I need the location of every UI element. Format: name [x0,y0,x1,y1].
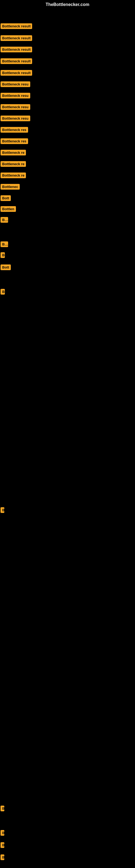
bottleneck-badge-wrapper-12: Bottleneck re [1,150,26,156]
bottleneck-badge-wrapper-11: Bottleneck res [1,138,28,145]
bottleneck-result-badge[interactable]: Bott [1,265,11,270]
bottleneck-result-badge[interactable]: Bottleneck resu [1,82,30,87]
bottleneck-badge-wrapper-27: B [1,507,4,514]
bottleneck-result-badge[interactable]: B [1,842,4,848]
bottleneck-badge-wrapper-17: Bottlen [1,206,16,213]
bottleneck-result-badge[interactable]: Bottleneck result [1,70,32,76]
bottleneck-result-badge[interactable]: Bottleneck res [1,138,28,144]
bottleneck-badge-wrapper-1: Bottleneck result [1,23,32,30]
bottleneck-result-badge[interactable]: B [1,507,4,513]
bottleneck-result-badge[interactable]: B [1,830,4,836]
bottleneck-result-badge[interactable]: Bottleneck re [1,161,26,167]
bottleneck-result-badge[interactable]: Bottleneck resu [1,104,30,110]
bottleneck-badge-wrapper-16: Bott [1,195,11,202]
bottleneck-result-badge[interactable]: Bottleneck res [1,127,28,133]
bottleneck-badge-wrapper-31: B [1,830,4,837]
bottleneck-result-badge[interactable]: B [1,252,5,258]
bottleneck-badge-wrapper-21: B [1,252,5,259]
bottleneck-result-badge[interactable]: B [1,855,4,860]
bottleneck-result-badge[interactable]: Bottleneck re [1,173,26,178]
bottleneck-result-badge[interactable]: B [1,289,5,294]
bottleneck-badge-wrapper-24: B [1,289,5,296]
bottleneck-badge-wrapper-29: B [1,806,4,812]
bottleneck-result-badge[interactable]: Bottlen [1,206,16,212]
bottleneck-result-badge[interactable]: Bottleneck resu [1,116,30,121]
bottleneck-result-badge[interactable]: Bottlenec [1,184,20,190]
bottleneck-badge-wrapper-4: Bottleneck result [1,58,32,65]
bottleneck-badge-wrapper-5: Bottleneck result [1,70,32,77]
bottleneck-badge-wrapper-3: Bottleneck result [1,46,32,54]
bottleneck-badge-wrapper-2: Bottleneck result [1,35,32,42]
bottleneck-result-badge[interactable]: Bottleneck result [1,58,32,64]
bottleneck-result-badge[interactable]: Bottleneck resu [1,93,30,98]
bottleneck-badge-wrapper-33: B [1,855,4,861]
bottleneck-badge-wrapper-14: Bottleneck re [1,173,26,179]
bottleneck-result-badge[interactable]: Bottleneck re [1,150,26,155]
bottleneck-badge-wrapper-20: Bo [1,241,8,248]
bottleneck-badge-wrapper-22: Bott [1,265,11,271]
bottleneck-badge-wrapper-32: B [1,842,4,849]
bottleneck-badge-wrapper-7: Bottleneck resu [1,93,30,99]
site-title: TheBottlenecker.com [0,0,135,8]
bottleneck-badge-wrapper-13: Bottleneck re [1,161,26,168]
bottleneck-result-badge[interactable]: Bottleneck result [1,35,32,41]
bottleneck-badge-wrapper-9: Bottleneck resu [1,116,30,122]
bottleneck-result-badge[interactable]: Bott [1,195,11,201]
bottleneck-badge-wrapper-8: Bottleneck resu [1,104,30,111]
bottleneck-result-badge[interactable]: Bo [1,217,8,223]
bottleneck-result-badge[interactable]: Bo [1,241,8,247]
badges-container: Bottleneck resultBottleneck resultBottle… [0,8,135,868]
bottleneck-result-badge[interactable]: Bottleneck result [1,23,32,29]
bottleneck-badge-wrapper-18: Bo [1,217,8,224]
bottleneck-badge-wrapper-10: Bottleneck res [1,127,28,134]
bottleneck-result-badge[interactable]: Bottleneck result [1,46,32,52]
bottleneck-result-badge[interactable]: B [1,806,4,811]
bottleneck-badge-wrapper-15: Bottlenec [1,184,20,191]
bottleneck-badge-wrapper-6: Bottleneck resu [1,82,30,88]
